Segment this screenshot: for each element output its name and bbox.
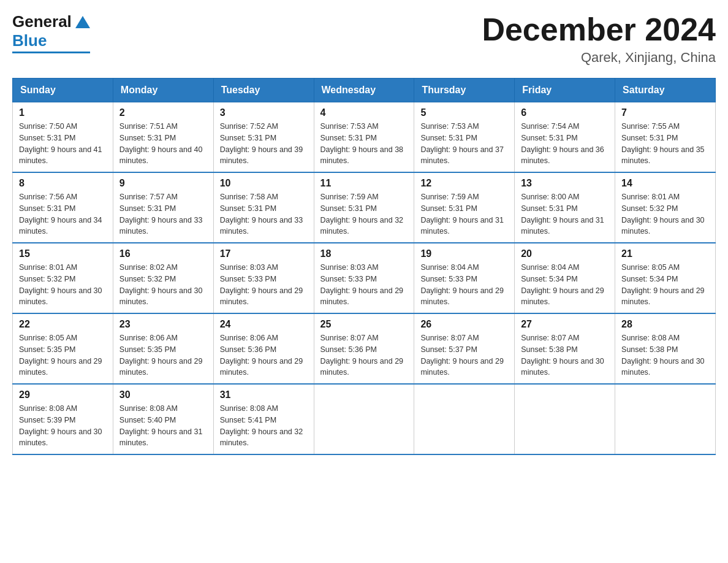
day-number: 16 [119, 248, 207, 259]
day-number: 10 [220, 178, 308, 189]
day-number: 14 [621, 178, 709, 189]
day-info: Sunrise: 8:07 AMSunset: 5:38 PMDaylight:… [521, 332, 609, 378]
day-cell-28: 28Sunrise: 8:08 AMSunset: 5:38 PMDayligh… [615, 313, 716, 384]
day-info: Sunrise: 8:01 AMSunset: 5:32 PMDaylight:… [19, 262, 107, 308]
day-info: Sunrise: 8:05 AMSunset: 5:35 PMDaylight:… [19, 332, 107, 378]
day-number: 18 [320, 248, 408, 259]
day-number: 24 [220, 319, 308, 330]
day-number: 23 [119, 319, 207, 330]
day-cell-29: 29Sunrise: 8:08 AMSunset: 5:39 PMDayligh… [13, 384, 113, 454]
day-info: Sunrise: 7:50 AMSunset: 5:31 PMDaylight:… [19, 121, 107, 167]
day-number: 26 [420, 319, 508, 330]
week-row-1: 1Sunrise: 7:50 AMSunset: 5:31 PMDaylight… [13, 102, 716, 173]
day-cell-24: 24Sunrise: 8:06 AMSunset: 5:36 PMDayligh… [213, 313, 314, 384]
day-number: 1 [19, 107, 107, 118]
day-cell-8: 8Sunrise: 7:56 AMSunset: 5:31 PMDaylight… [13, 172, 113, 243]
day-number: 4 [320, 107, 408, 118]
week-row-2: 8Sunrise: 7:56 AMSunset: 5:31 PMDaylight… [13, 172, 716, 243]
day-info: Sunrise: 7:57 AMSunset: 5:31 PMDaylight:… [119, 191, 207, 237]
day-cell-20: 20Sunrise: 8:04 AMSunset: 5:34 PMDayligh… [515, 243, 615, 313]
day-cell-11: 11Sunrise: 7:59 AMSunset: 5:31 PMDayligh… [314, 172, 414, 243]
day-cell-27: 27Sunrise: 8:07 AMSunset: 5:38 PMDayligh… [515, 313, 615, 384]
day-cell-9: 9Sunrise: 7:57 AMSunset: 5:31 PMDaylight… [113, 172, 213, 243]
day-info: Sunrise: 8:06 AMSunset: 5:36 PMDaylight:… [220, 332, 308, 378]
day-number: 7 [621, 107, 709, 118]
day-cell-30: 30Sunrise: 8:08 AMSunset: 5:40 PMDayligh… [113, 384, 213, 454]
day-number: 13 [521, 178, 609, 189]
day-cell-23: 23Sunrise: 8:06 AMSunset: 5:35 PMDayligh… [113, 313, 213, 384]
day-cell-17: 17Sunrise: 8:03 AMSunset: 5:33 PMDayligh… [213, 243, 314, 313]
day-number: 9 [119, 178, 207, 189]
day-cell-5: 5Sunrise: 7:53 AMSunset: 5:31 PMDaylight… [414, 102, 515, 173]
day-cell-4: 4Sunrise: 7:53 AMSunset: 5:31 PMDaylight… [314, 102, 414, 173]
day-cell-1: 1Sunrise: 7:50 AMSunset: 5:31 PMDaylight… [13, 102, 113, 173]
weekday-header-thursday: Thursday [414, 79, 515, 102]
day-info: Sunrise: 8:05 AMSunset: 5:34 PMDaylight:… [621, 262, 709, 308]
day-info: Sunrise: 8:06 AMSunset: 5:35 PMDaylight:… [119, 332, 207, 378]
week-row-5: 29Sunrise: 8:08 AMSunset: 5:39 PMDayligh… [13, 384, 716, 454]
week-row-3: 15Sunrise: 8:01 AMSunset: 5:32 PMDayligh… [13, 243, 716, 313]
logo-general-text: General [12, 12, 72, 31]
day-cell-16: 16Sunrise: 8:02 AMSunset: 5:32 PMDayligh… [113, 243, 213, 313]
day-number: 6 [521, 107, 609, 118]
day-cell-7: 7Sunrise: 7:55 AMSunset: 5:31 PMDaylight… [615, 102, 716, 173]
day-cell-25: 25Sunrise: 8:07 AMSunset: 5:36 PMDayligh… [314, 313, 414, 384]
day-number: 30 [119, 389, 207, 400]
logo-text: General [12, 12, 90, 31]
day-info: Sunrise: 8:08 AMSunset: 5:40 PMDaylight:… [119, 403, 207, 449]
logo-blue-text: Blue [12, 31, 47, 50]
location: Qarek, Xinjiang, China [482, 50, 716, 66]
day-info: Sunrise: 7:52 AMSunset: 5:31 PMDaylight:… [220, 121, 308, 167]
empty-cell [615, 384, 716, 454]
title-block: December 2024 Qarek, Xinjiang, China [482, 12, 716, 66]
day-cell-15: 15Sunrise: 8:01 AMSunset: 5:32 PMDayligh… [13, 243, 113, 313]
day-number: 5 [420, 107, 508, 118]
logo-triangle-icon [75, 16, 90, 28]
page-header: General Blue December 2024 Qarek, Xinjia… [12, 12, 716, 66]
day-cell-19: 19Sunrise: 8:04 AMSunset: 5:33 PMDayligh… [414, 243, 515, 313]
day-info: Sunrise: 7:54 AMSunset: 5:31 PMDaylight:… [521, 121, 609, 167]
month-title: December 2024 [482, 12, 716, 47]
day-cell-22: 22Sunrise: 8:05 AMSunset: 5:35 PMDayligh… [13, 313, 113, 384]
day-cell-12: 12Sunrise: 7:59 AMSunset: 5:31 PMDayligh… [414, 172, 515, 243]
day-info: Sunrise: 7:58 AMSunset: 5:31 PMDaylight:… [220, 191, 308, 237]
day-info: Sunrise: 8:04 AMSunset: 5:34 PMDaylight:… [521, 262, 609, 308]
weekday-header-saturday: Saturday [615, 79, 716, 102]
logo: General Blue [12, 12, 90, 53]
day-cell-26: 26Sunrise: 8:07 AMSunset: 5:37 PMDayligh… [414, 313, 515, 384]
empty-cell [414, 384, 515, 454]
day-number: 15 [19, 248, 107, 259]
empty-cell [515, 384, 615, 454]
week-row-4: 22Sunrise: 8:05 AMSunset: 5:35 PMDayligh… [13, 313, 716, 384]
day-info: Sunrise: 8:03 AMSunset: 5:33 PMDaylight:… [220, 262, 308, 308]
day-cell-13: 13Sunrise: 8:00 AMSunset: 5:31 PMDayligh… [515, 172, 615, 243]
day-info: Sunrise: 8:03 AMSunset: 5:33 PMDaylight:… [320, 262, 408, 308]
day-info: Sunrise: 8:08 AMSunset: 5:39 PMDaylight:… [19, 403, 107, 449]
day-cell-21: 21Sunrise: 8:05 AMSunset: 5:34 PMDayligh… [615, 243, 716, 313]
day-info: Sunrise: 8:08 AMSunset: 5:38 PMDaylight:… [621, 332, 709, 378]
day-info: Sunrise: 7:59 AMSunset: 5:31 PMDaylight:… [320, 191, 408, 237]
day-info: Sunrise: 7:53 AMSunset: 5:31 PMDaylight:… [420, 121, 508, 167]
day-number: 3 [220, 107, 308, 118]
day-info: Sunrise: 7:59 AMSunset: 5:31 PMDaylight:… [420, 191, 508, 237]
day-number: 8 [19, 178, 107, 189]
day-number: 22 [19, 319, 107, 330]
day-number: 19 [420, 248, 508, 259]
weekday-header-monday: Monday [113, 79, 213, 102]
day-info: Sunrise: 8:07 AMSunset: 5:37 PMDaylight:… [420, 332, 508, 378]
day-number: 11 [320, 178, 408, 189]
weekday-header-tuesday: Tuesday [213, 79, 314, 102]
day-number: 12 [420, 178, 508, 189]
day-number: 25 [320, 319, 408, 330]
day-number: 28 [621, 319, 709, 330]
day-info: Sunrise: 8:04 AMSunset: 5:33 PMDaylight:… [420, 262, 508, 308]
day-info: Sunrise: 8:00 AMSunset: 5:31 PMDaylight:… [521, 191, 609, 237]
day-cell-31: 31Sunrise: 8:08 AMSunset: 5:41 PMDayligh… [213, 384, 314, 454]
day-cell-14: 14Sunrise: 8:01 AMSunset: 5:32 PMDayligh… [615, 172, 716, 243]
weekday-header-wednesday: Wednesday [314, 79, 414, 102]
day-cell-3: 3Sunrise: 7:52 AMSunset: 5:31 PMDaylight… [213, 102, 314, 173]
logo-underline [12, 52, 90, 53]
empty-cell [314, 384, 414, 454]
day-cell-18: 18Sunrise: 8:03 AMSunset: 5:33 PMDayligh… [314, 243, 414, 313]
weekday-header-sunday: Sunday [13, 79, 113, 102]
